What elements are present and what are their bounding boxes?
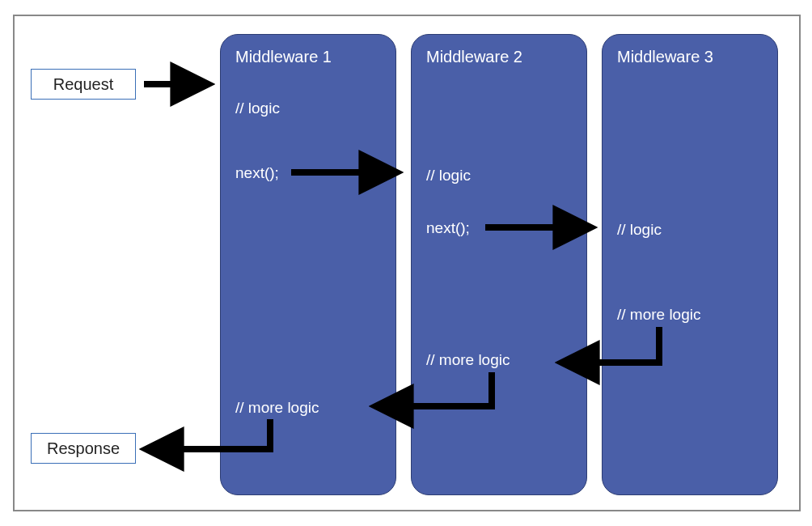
middleware-1-logic: // logic	[235, 100, 280, 117]
request-box: Request	[31, 69, 136, 100]
middleware-2-next: next();	[426, 219, 470, 237]
middleware-3-title: Middleware 3	[617, 48, 763, 66]
request-label: Request	[53, 75, 114, 94]
diagram-canvas: Request Response Middleware 1 // logic n…	[0, 0, 812, 526]
middleware-1-next: next();	[235, 164, 279, 182]
middleware-1: Middleware 1 // logic next(); // more lo…	[220, 34, 396, 495]
response-label: Response	[47, 439, 120, 458]
response-box: Response	[31, 433, 136, 464]
middleware-2-logic: // logic	[426, 167, 471, 185]
middleware-1-more: // more logic	[235, 399, 319, 417]
middleware-2-more: // more logic	[426, 351, 510, 369]
middleware-3: Middleware 3 // logic // more logic	[602, 34, 778, 495]
middleware-3-more: // more logic	[617, 306, 700, 324]
middleware-3-logic: // logic	[617, 221, 662, 239]
middleware-2-title: Middleware 2	[426, 48, 572, 66]
middleware-2: Middleware 2 // logic next(); // more lo…	[411, 34, 587, 495]
middleware-1-title: Middleware 1	[235, 48, 381, 66]
